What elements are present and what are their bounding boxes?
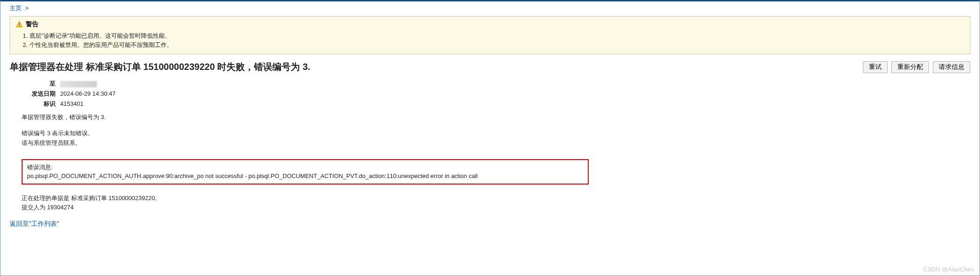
- meta-senddate-label: 发送日期: [10, 89, 60, 99]
- svg-rect-1: [19, 23, 20, 25]
- processing-text: 正在处理的单据是 标准采购订单 15100000239220, 提交人为 193…: [0, 191, 980, 216]
- redacted-value: [60, 81, 97, 87]
- warning-title-text: 警告: [26, 20, 39, 29]
- meta-senddate-row: 发送日期 2024-06-29 14:30:47: [10, 89, 970, 99]
- contact-admin-text: 请与系统管理员联系。: [22, 138, 958, 148]
- back-to-worklist-link[interactable]: 返回至"工作列表": [10, 220, 59, 227]
- warning-item: 底层"诊断记录"功能已启用。这可能会暂时降低性能。: [29, 31, 964, 40]
- error-message-box: 错误消息: po.plsql.PO_DOCUMENT_ACTION_AUTH.a…: [22, 159, 589, 184]
- body-text: 单据管理器失败，错误编号为 3. 错误编号 3 表示未知错误。 请与系统管理员联…: [0, 110, 980, 157]
- breadcrumb-separator: >: [25, 5, 29, 12]
- breadcrumb-home-link[interactable]: 主页: [10, 5, 22, 12]
- mgr-fail-text: 单据管理器失败，错误编号为 3.: [22, 113, 958, 122]
- unknown-error-text: 错误编号 3 表示未知错误。: [22, 129, 958, 138]
- back-link-row: 返回至"工作列表": [0, 215, 980, 233]
- page-title: 单据管理器在处理 标准采购订单 15100000239220 时失败，错误编号为…: [10, 61, 310, 73]
- error-message-label: 错误消息:: [27, 163, 583, 172]
- warning-item: 个性化当前被禁用。您的应用产品可能不按预期工作。: [29, 40, 964, 50]
- action-buttons: 重试 重新分配 请求信息: [861, 61, 970, 73]
- warning-title: 警告: [16, 20, 964, 29]
- meta-id-value: 4153401: [60, 99, 84, 109]
- error-message-text: po.plsql.PO_DOCUMENT_ACTION_AUTH.approve…: [27, 172, 583, 181]
- header-row: 单据管理器在处理 标准采购订单 15100000239220 时失败，错误编号为…: [0, 59, 980, 76]
- retry-button[interactable]: 重试: [863, 61, 888, 73]
- meta-to-value: [60, 79, 97, 89]
- meta-id-row: 标识 4153401: [10, 99, 970, 109]
- warning-icon: [16, 21, 23, 28]
- watermark: CSDN @AlanChen: [923, 266, 974, 273]
- breadcrumb: 主页 >: [0, 1, 980, 14]
- warning-panel: 警告 底层"诊断记录"功能已启用。这可能会暂时降低性能。 个性化当前被禁用。您的…: [10, 16, 970, 54]
- warning-list: 底层"诊断记录"功能已启用。这可能会暂时降低性能。 个性化当前被禁用。您的应用产…: [29, 31, 964, 49]
- meta-block: 至 发送日期 2024-06-29 14:30:47 标识 4153401: [0, 76, 980, 110]
- request-info-button[interactable]: 请求信息: [933, 61, 970, 73]
- meta-id-label: 标识: [10, 99, 60, 109]
- reassign-button[interactable]: 重新分配: [891, 61, 929, 73]
- meta-senddate-value: 2024-06-29 14:30:47: [60, 89, 116, 99]
- meta-to-label: 至: [10, 79, 60, 89]
- processing-doc-text: 正在处理的单据是 标准采购订单 15100000239220,: [22, 194, 958, 203]
- meta-to-row: 至: [10, 79, 970, 89]
- submitter-text: 提交人为 19304274: [22, 203, 958, 213]
- svg-rect-2: [19, 26, 20, 27]
